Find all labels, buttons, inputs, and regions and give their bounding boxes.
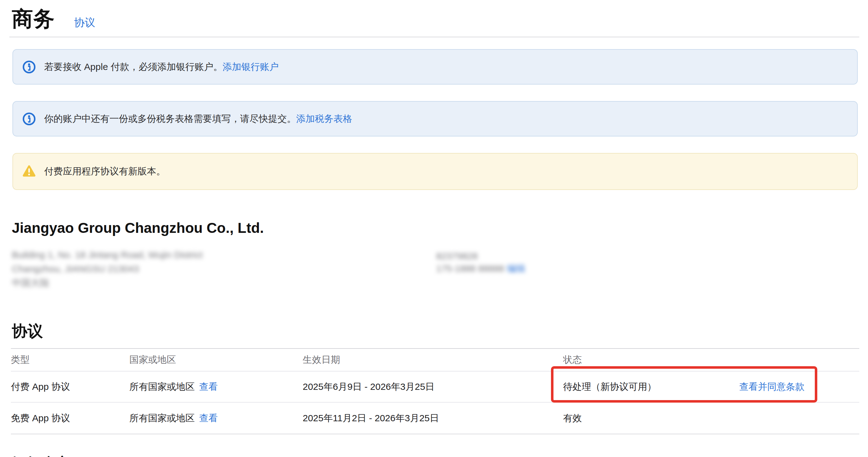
tax-forms-info-banner: 你的账户中还有一份或多份税务表格需要填写，请尽快提交。 添加税务表格 <box>12 101 858 136</box>
business-page: 商务 协议 若要接收 Apple 付款，必须添加银行账户。 添加银行账户 你的账… <box>0 0 868 457</box>
agreement-region: 所有国家或地区 <box>129 382 195 392</box>
agreement-status: 待处理（新协议可用） <box>563 381 656 393</box>
address-line: Building 1, No. 18 Jintang Road, Wujin D… <box>12 248 859 262</box>
agreement-type: 付费 App 协议 <box>11 381 129 393</box>
paid-agreement-warning-banner: 付费应用程序协议有新版本。 <box>12 153 858 190</box>
info-icon <box>22 112 36 126</box>
agreement-status-cell: 待处理（新协议可用） 查看并同意条款 <box>563 381 859 393</box>
agreement-region-cell: 所有国家或地区查看 <box>129 381 303 393</box>
contact-phone-line: 175-1888 88888 编辑 <box>436 262 525 275</box>
page-title: 商务 <box>12 5 55 33</box>
bank-account-section-heading: 银行账户 <box>12 455 859 457</box>
column-header-dates: 生效日期 <box>303 354 563 366</box>
agreement-status: 有效 <box>563 412 582 425</box>
bank-account-info-banner: 若要接收 Apple 付款，必须添加银行账户。 添加银行账户 <box>12 49 858 85</box>
company-details: Building 1, No. 18 Jintang Road, Wujin D… <box>12 248 859 291</box>
add-tax-forms-link[interactable]: 添加税务表格 <box>296 112 352 125</box>
agreement-status-cell: 有效 <box>563 412 859 425</box>
tax-banner-text: 你的账户中还有一份或多份税务表格需要填写，请尽快提交。 <box>44 112 296 125</box>
column-header-status: 状态 <box>563 354 859 366</box>
contact-id-line: 82379828 <box>436 250 525 262</box>
paid-agreement-warning-text: 付费应用程序协议有新版本。 <box>44 165 165 178</box>
address-line: 中国大陆 <box>12 276 859 290</box>
view-regions-link[interactable]: 查看 <box>199 382 218 392</box>
view-regions-link[interactable]: 查看 <box>199 413 218 423</box>
warning-triangle-icon <box>22 165 36 178</box>
review-and-agree-terms-link[interactable]: 查看并同意条款 <box>739 381 805 393</box>
company-contact-redacted: 82379828 175-1888 88888 编辑 <box>436 250 525 275</box>
company-name: Jiangyao Group Changzhou Co., Ltd. <box>12 220 859 236</box>
page-header: 商务 协议 <box>0 0 868 29</box>
table-row-paid-agreement: 付费 App 协议 所有国家或地区查看 2025年6月9日 - 2026年3月2… <box>11 371 859 402</box>
agreements-section-heading: 协议 <box>12 322 859 340</box>
agreement-region: 所有国家或地区 <box>129 413 195 423</box>
add-bank-account-link[interactable]: 添加银行账户 <box>222 61 278 73</box>
agreement-dates: 2025年11月2日 - 2026年3月25日 <box>303 412 563 425</box>
table-row-free-agreement: 免费 App 协议 所有国家或地区查看 2025年11月2日 - 2026年3月… <box>11 402 859 434</box>
agreements-table-header: 类型 国家或地区 生效日期 状态 <box>11 349 859 371</box>
agreement-type: 免费 App 协议 <box>11 412 129 425</box>
header-divider <box>9 37 859 37</box>
tab-agreements[interactable]: 协议 <box>74 15 95 30</box>
column-header-type: 类型 <box>11 354 129 366</box>
agreement-region-cell: 所有国家或地区查看 <box>129 412 303 425</box>
column-header-region: 国家或地区 <box>129 354 303 366</box>
address-line: Changzhou, JIANGSU 213043 <box>12 262 859 276</box>
agreements-table: 类型 国家或地区 生效日期 状态 付费 App 协议 所有国家或地区查看 202… <box>11 348 859 434</box>
bank-banner-text: 若要接收 Apple 付款，必须添加银行账户。 <box>44 61 222 73</box>
edit-contact-link[interactable]: 编辑 <box>507 263 525 273</box>
agreement-dates: 2025年6月9日 - 2026年3月25日 <box>303 381 563 393</box>
contact-phone-number: 175-1888 88888 <box>436 263 504 273</box>
company-address-redacted: Building 1, No. 18 Jintang Road, Wujin D… <box>12 248 859 290</box>
info-icon <box>22 60 36 74</box>
